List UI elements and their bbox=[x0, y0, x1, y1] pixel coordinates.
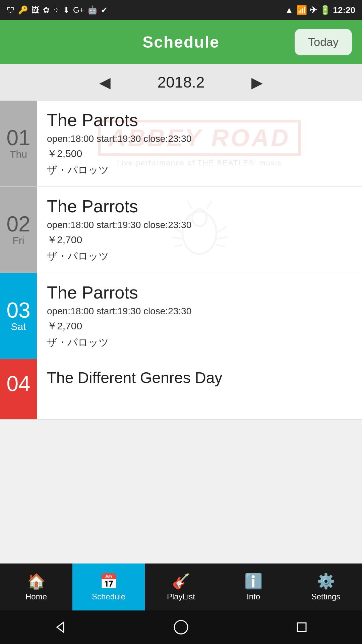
schedule-label: Schedule bbox=[92, 592, 125, 601]
bottom-navigation: 🏠 Home 📅 Schedule 🎸 PlayList ℹ️ Info ⚙️ … bbox=[0, 564, 362, 610]
event-name-jp: ザ・パロッツ bbox=[47, 336, 352, 350]
svg-rect-12 bbox=[297, 623, 306, 632]
nav-item-settings[interactable]: ⚙️ Settings bbox=[290, 564, 362, 610]
schedule-icon: 📅 bbox=[100, 573, 118, 590]
event-price: ￥2,500 bbox=[47, 147, 352, 161]
date-number: 03 bbox=[6, 300, 30, 321]
page-title: Schedule bbox=[142, 33, 219, 51]
nav-item-info[interactable]: ℹ️ Info bbox=[217, 564, 290, 610]
event-column[interactable]: The Different Genres Day bbox=[37, 359, 362, 419]
event-times: open:18:00 start:19:30 close:23:30 bbox=[47, 220, 352, 230]
system-navigation bbox=[0, 610, 362, 644]
day-label: Sat bbox=[11, 321, 26, 332]
status-icons-left: 🛡 🔑 🖼 ✿ ⁘ ⬇ G+ 🤖 ✔ bbox=[7, 5, 108, 15]
event-title: The Parrots bbox=[47, 282, 352, 303]
schedule-list: 01 Thu ABBEY ROAD Live performance of TH… bbox=[0, 101, 362, 420]
event-price: ￥2,700 bbox=[47, 233, 352, 247]
recent-button[interactable] bbox=[288, 614, 315, 641]
event-price: ￥2,700 bbox=[47, 319, 352, 333]
nav-item-playlist[interactable]: 🎸 PlayList bbox=[145, 564, 217, 610]
playlist-label: PlayList bbox=[167, 592, 195, 601]
event-name-jp: ザ・パロッツ bbox=[47, 250, 352, 263]
table-row[interactable]: 02 Fri The Parrots open:18:00 bbox=[0, 187, 362, 273]
event-title: The Parrots bbox=[47, 110, 352, 130]
prev-month-button[interactable]: ◀ bbox=[93, 70, 117, 94]
event-name-jp: ザ・パロッツ bbox=[47, 163, 352, 177]
event-times: open:18:00 start:19:30 close:23:30 bbox=[47, 133, 352, 144]
back-button[interactable] bbox=[47, 614, 74, 641]
android-icon: 🤖 bbox=[87, 5, 98, 15]
date-column: 03 Sat bbox=[0, 273, 37, 359]
download-icon: ⬇ bbox=[63, 5, 70, 15]
settings-label: Settings bbox=[311, 592, 341, 601]
day-label: Fri bbox=[13, 235, 24, 246]
clock: 12:20 bbox=[333, 5, 356, 15]
status-icons-right: ▲ 📶 ✈ 🔋 12:20 bbox=[285, 5, 355, 15]
event-column[interactable]: The Parrots open:18:00 start:19:30 close… bbox=[37, 273, 362, 359]
date-number: 02 bbox=[6, 213, 30, 235]
svg-marker-10 bbox=[57, 622, 64, 632]
date-number: 01 bbox=[6, 127, 30, 149]
header: Schedule Today bbox=[0, 20, 362, 64]
date-number: 04 bbox=[6, 373, 30, 394]
info-label: Info bbox=[247, 592, 260, 601]
table-row[interactable]: 01 Thu ABBEY ROAD Live performance of TH… bbox=[0, 101, 362, 187]
nav-item-home[interactable]: 🏠 Home bbox=[0, 564, 72, 610]
month-label: 2018.2 bbox=[158, 73, 205, 91]
info-icon: ℹ️ bbox=[244, 573, 263, 590]
table-row[interactable]: 03 Sat The Parrots open:18:00 start:19:3… bbox=[0, 273, 362, 359]
airplane-icon: ✈ bbox=[310, 5, 317, 15]
date-column: 01 Thu bbox=[0, 101, 37, 186]
event-times: open:18:00 start:19:30 close:23:30 bbox=[47, 306, 352, 317]
event-column[interactable]: ABBEY ROAD Live performance of THE BEATL… bbox=[37, 101, 362, 186]
flower-icon: ✿ bbox=[43, 5, 50, 15]
month-navigation: ◀ 2018.2 ▶ bbox=[0, 64, 362, 101]
signal-icon: 📶 bbox=[296, 5, 307, 15]
event-title: The Different Genres Day bbox=[47, 369, 352, 387]
event-title: The Parrots bbox=[47, 196, 352, 216]
playlist-icon: 🎸 bbox=[172, 573, 190, 590]
svg-point-11 bbox=[174, 621, 188, 634]
home-icon: 🏠 bbox=[27, 573, 46, 590]
home-label: Home bbox=[25, 592, 47, 601]
settings-icon: ⚙️ bbox=[317, 573, 335, 590]
image-icon: 🖼 bbox=[32, 5, 40, 15]
shield-icon: 🛡 bbox=[7, 5, 15, 15]
check-icon: ✔ bbox=[101, 5, 108, 15]
battery-icon: 🔋 bbox=[320, 5, 330, 15]
event-column[interactable]: The Parrots open:18:00 start:19:30 close… bbox=[37, 187, 362, 273]
dots-icon: ⁘ bbox=[53, 5, 60, 15]
status-bar: 🛡 🔑 🖼 ✿ ⁘ ⬇ G+ 🤖 ✔ ▲ 📶 ✈ 🔋 12:20 bbox=[0, 0, 362, 20]
svg-point-0 bbox=[183, 212, 217, 254]
day-label: Thu bbox=[10, 149, 27, 160]
table-row[interactable]: 04 Sun The Different Genres Day bbox=[0, 359, 362, 420]
date-column: 04 Sun bbox=[0, 359, 37, 419]
gplus-icon: G+ bbox=[73, 5, 84, 15]
next-month-button[interactable]: ▶ bbox=[245, 70, 269, 94]
nav-item-schedule[interactable]: 📅 Schedule bbox=[72, 564, 145, 610]
key-icon: 🔑 bbox=[18, 5, 28, 15]
today-button[interactable]: Today bbox=[295, 29, 352, 55]
date-column: 02 Fri bbox=[0, 187, 37, 273]
wifi-icon: ▲ bbox=[285, 5, 294, 15]
home-button[interactable] bbox=[168, 614, 194, 641]
